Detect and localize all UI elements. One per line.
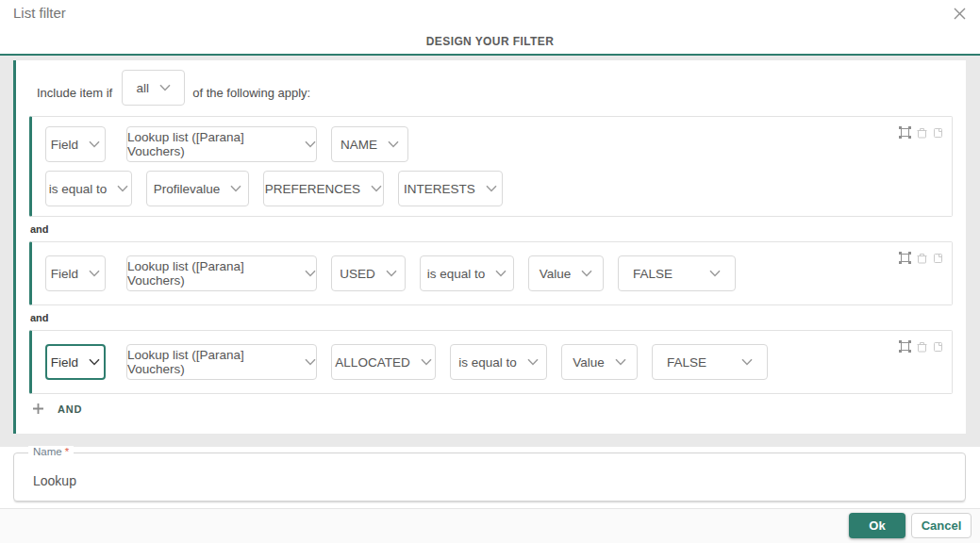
match-mode-select[interactable]: all bbox=[122, 70, 185, 106]
value-select[interactable]: FALSE bbox=[618, 255, 736, 291]
chevron-down-icon bbox=[388, 140, 399, 148]
chevron-down-icon bbox=[305, 358, 316, 366]
condition-line: is equal to Profilevalue PREFERENCES INT… bbox=[45, 171, 938, 206]
trash-icon bbox=[917, 253, 927, 264]
page-title: DESIGN YOUR FILTER bbox=[426, 35, 554, 48]
wrap-in-group-button[interactable] bbox=[899, 252, 911, 264]
name-field-label: Name * bbox=[28, 446, 74, 457]
value-select[interactable]: FALSE bbox=[652, 344, 768, 380]
duplicate-icon bbox=[933, 127, 943, 139]
dialog-titlebar: List filter bbox=[0, 0, 980, 26]
operator-select[interactable]: is equal to bbox=[45, 171, 132, 206]
name-field: Name * bbox=[13, 452, 966, 502]
chevron-down-icon bbox=[89, 358, 100, 366]
dialog-footer: Ok Cancel bbox=[0, 508, 980, 543]
filter-designer-panel: Include item if all of the following app… bbox=[13, 60, 966, 434]
delete-condition-button[interactable] bbox=[917, 127, 927, 139]
chevron-down-icon bbox=[89, 140, 100, 148]
close-button[interactable] bbox=[950, 4, 969, 23]
close-icon bbox=[954, 8, 966, 20]
condition-group-1: Field Lookup list ([Parana] Vouchers) NA… bbox=[29, 116, 953, 217]
duplicate-condition-button[interactable] bbox=[933, 127, 943, 139]
include-suffix-label: of the following apply: bbox=[192, 86, 310, 100]
duplicate-icon bbox=[933, 341, 943, 353]
lookup-list-select[interactable]: Lookup list ([Parana] Vouchers) bbox=[126, 126, 317, 162]
chevron-down-icon bbox=[117, 185, 128, 192]
wrap-in-group-icon bbox=[899, 340, 911, 353]
chevron-down-icon bbox=[581, 270, 592, 277]
and-connector: and bbox=[30, 312, 953, 323]
duplicate-icon bbox=[933, 253, 943, 264]
cancel-button[interactable]: Cancel bbox=[911, 513, 972, 538]
trash-icon bbox=[917, 341, 927, 353]
value-type-select[interactable]: Value bbox=[561, 344, 638, 380]
design-your-filter-header: DESIGN YOUR FILTER bbox=[0, 26, 980, 54]
profilevalue-select[interactable]: Profilevalue bbox=[146, 171, 249, 206]
and-connector: and bbox=[30, 223, 953, 235]
interests-select[interactable]: INTERESTS bbox=[398, 171, 503, 206]
filter-workspace: Include item if all of the following app… bbox=[0, 56, 980, 447]
list-filter-dialog: List filter DESIGN YOUR FILTER Include i… bbox=[0, 0, 980, 543]
preferences-select[interactable]: PREFERENCES bbox=[263, 171, 384, 206]
condition-group-3: Field Lookup list ([Parana] Vouchers) AL… bbox=[29, 330, 953, 394]
condition-line: Field Lookup list ([Parana] Vouchers) NA… bbox=[45, 126, 938, 162]
field-select[interactable]: Field bbox=[45, 344, 106, 380]
delete-condition-button[interactable] bbox=[917, 253, 927, 264]
chevron-down-icon bbox=[230, 185, 241, 192]
field-select[interactable]: Field bbox=[45, 255, 106, 291]
condition-line: Field Lookup list ([Parana] Vouchers) AL… bbox=[45, 344, 938, 380]
operator-select[interactable]: is equal to bbox=[420, 255, 514, 291]
chevron-down-icon bbox=[371, 185, 382, 192]
chevron-down-icon bbox=[527, 358, 539, 366]
chevron-down-icon bbox=[421, 358, 432, 366]
add-and-button[interactable]: AND bbox=[32, 403, 82, 415]
ok-button[interactable]: Ok bbox=[849, 513, 905, 538]
group-actions bbox=[899, 252, 943, 264]
value-type-select[interactable]: Value bbox=[528, 255, 604, 291]
chevron-down-icon bbox=[305, 270, 316, 277]
condition-group-2: Field Lookup list ([Parana] Vouchers) US… bbox=[29, 241, 953, 305]
wrap-in-group-button[interactable] bbox=[899, 126, 911, 139]
name-column-select[interactable]: NAME bbox=[331, 126, 408, 162]
name-section: Name * bbox=[0, 447, 980, 508]
group-actions bbox=[899, 340, 943, 353]
condition-line: Field Lookup list ([Parana] Vouchers) US… bbox=[45, 255, 938, 291]
chevron-down-icon bbox=[741, 358, 753, 366]
include-prefix-label: Include item if bbox=[37, 86, 112, 100]
add-and-label: AND bbox=[58, 403, 82, 415]
required-asterisk: * bbox=[65, 446, 69, 457]
plus-icon bbox=[32, 403, 44, 415]
name-input[interactable] bbox=[14, 453, 965, 501]
allocated-column-select[interactable]: ALLOCATED bbox=[331, 344, 436, 380]
chevron-down-icon bbox=[709, 270, 721, 277]
dialog-title: List filter bbox=[13, 5, 66, 21]
wrap-in-group-icon bbox=[899, 126, 911, 139]
trash-icon bbox=[917, 127, 927, 139]
chevron-down-icon bbox=[615, 358, 626, 366]
chevron-down-icon bbox=[305, 140, 316, 148]
match-mode-row: Include item if all of the following app… bbox=[29, 70, 953, 106]
match-mode-value: all bbox=[136, 81, 149, 95]
field-select[interactable]: Field bbox=[45, 126, 106, 162]
lookup-list-select[interactable]: Lookup list ([Parana] Vouchers) bbox=[126, 344, 317, 380]
chevron-down-icon bbox=[89, 270, 100, 277]
wrap-in-group-button[interactable] bbox=[899, 340, 911, 353]
chevron-down-icon bbox=[159, 84, 171, 91]
delete-condition-button[interactable] bbox=[917, 341, 927, 353]
lookup-list-select[interactable]: Lookup list ([Parana] Vouchers) bbox=[126, 255, 317, 291]
chevron-down-icon bbox=[386, 270, 397, 277]
used-column-select[interactable]: USED bbox=[331, 255, 406, 291]
chevron-down-icon bbox=[495, 270, 507, 277]
duplicate-condition-button[interactable] bbox=[933, 253, 943, 264]
wrap-in-group-icon bbox=[899, 252, 911, 264]
duplicate-condition-button[interactable] bbox=[933, 341, 943, 353]
group-actions bbox=[899, 126, 943, 139]
chevron-down-icon bbox=[486, 185, 497, 192]
operator-select[interactable]: is equal to bbox=[450, 344, 547, 380]
